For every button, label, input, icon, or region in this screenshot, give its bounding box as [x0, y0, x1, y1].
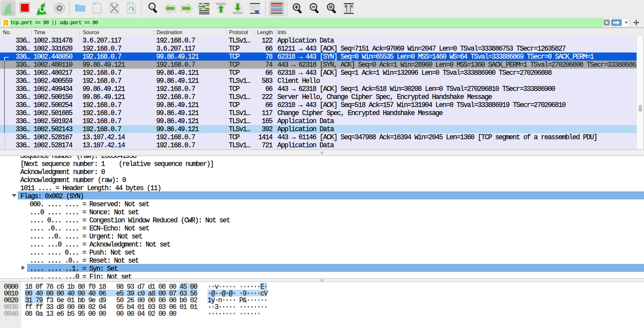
svg-text:01110: 01110 [128, 11, 136, 14]
svg-text:01110: 01110 [94, 11, 101, 14]
